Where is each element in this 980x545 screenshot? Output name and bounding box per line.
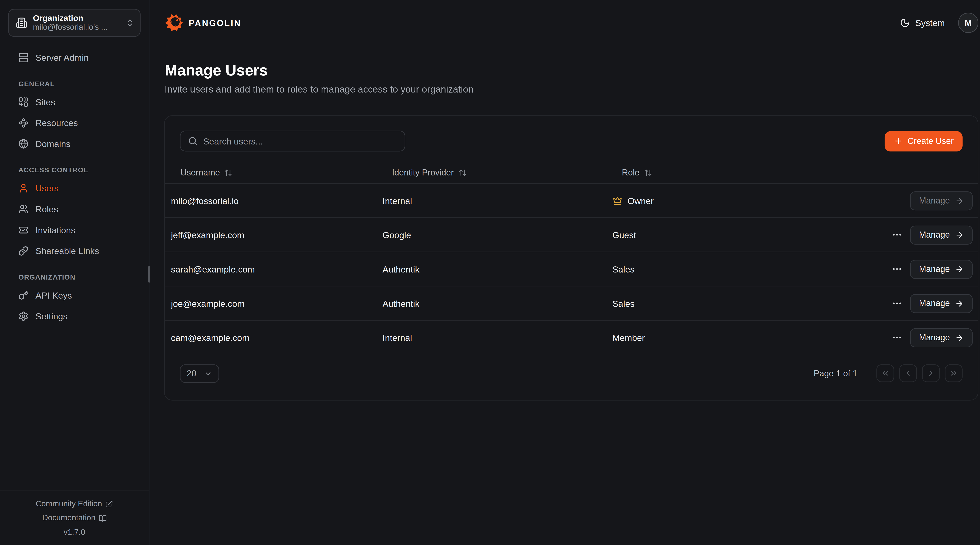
external-link-icon <box>105 500 113 508</box>
pagination-controls: Page 1 of 1 <box>814 365 963 382</box>
sidebar-item-settings[interactable]: Settings <box>8 306 140 327</box>
section-title-organization: ORGANIZATION <box>18 273 141 281</box>
sidebar-item-roles[interactable]: Roles <box>8 198 140 219</box>
row-actions: Manage <box>802 294 978 313</box>
page-title: Manage Users <box>165 63 978 78</box>
arrow-right-icon <box>955 333 964 342</box>
sort-role-header[interactable]: Role <box>622 168 652 177</box>
theme-toggle[interactable]: System <box>900 18 945 28</box>
manage-button[interactable]: Manage <box>910 294 972 313</box>
search-box <box>180 131 405 151</box>
sidebar-item-sites[interactable]: Sites <box>8 91 140 112</box>
avatar[interactable]: M <box>958 13 978 33</box>
sort-username-header[interactable]: Username <box>180 168 233 177</box>
row-menu-button[interactable] <box>892 298 902 309</box>
ellipsis-icon <box>892 332 902 343</box>
sidebar-item-server-admin[interactable]: Server Admin <box>8 47 140 68</box>
documentation-link[interactable]: Documentation <box>42 513 107 523</box>
search-icon <box>188 136 197 146</box>
app-window: Organization milo@fossorial.io's ... Ser… <box>0 0 980 545</box>
documentation-label: Documentation <box>42 513 95 523</box>
arrow-right-icon <box>955 196 964 205</box>
row-menu-button[interactable] <box>892 264 902 274</box>
manage-button[interactable]: Manage <box>910 328 972 347</box>
row-menu-button[interactable] <box>892 229 902 240</box>
role-cell: Owner <box>612 196 796 206</box>
page-subtitle: Invite users and add them to roles to ma… <box>165 84 978 94</box>
section-title-general: GENERAL <box>18 80 141 88</box>
manage-button[interactable]: Manage <box>910 225 972 244</box>
table-row: joe@example.com Authentik Sales Manage <box>165 286 978 320</box>
ellipsis-icon <box>892 264 902 274</box>
globe-icon <box>18 139 29 148</box>
sidebar: Organization milo@fossorial.io's ... Ser… <box>0 0 150 545</box>
users-table: Username Identity Provider Role <box>165 168 978 355</box>
sidebar-item-label: API Keys <box>35 290 72 300</box>
idp-header-label: Identity Provider <box>392 168 454 177</box>
first-page-button[interactable] <box>877 365 894 382</box>
sidebar-item-label: Server Admin <box>35 53 89 62</box>
chevrons-right-icon <box>949 369 958 378</box>
sidebar-item-invitations[interactable]: Invitations <box>8 219 140 240</box>
chevron-right-icon <box>926 369 935 378</box>
role-cell: Sales <box>612 298 796 308</box>
sidebar-item-users[interactable]: Users <box>8 177 140 198</box>
role-label: Guest <box>612 230 636 240</box>
plus-icon <box>894 136 903 146</box>
waypoints-icon <box>18 118 29 128</box>
search-input[interactable] <box>203 136 397 146</box>
org-switcher[interactable]: Organization milo@fossorial.io's ... <box>8 9 140 37</box>
page-size-select[interactable]: 20 <box>180 364 219 382</box>
org-label: Organization <box>33 13 120 23</box>
manage-label: Manage <box>919 230 950 239</box>
org-value: milo@fossorial.io's ... <box>33 23 120 32</box>
role-cell: Guest <box>612 230 796 240</box>
idp-cell: Authentik <box>376 286 606 320</box>
crown-icon <box>612 196 622 206</box>
pangolin-logo-icon <box>165 13 184 32</box>
arrow-right-icon <box>955 230 964 239</box>
next-page-button[interactable] <box>922 365 940 382</box>
manage-button[interactable]: Manage <box>910 260 972 279</box>
username-cell: sarah@example.com <box>165 252 376 286</box>
idp-cell: Internal <box>376 320 606 355</box>
sort-icon <box>644 169 652 177</box>
last-page-button[interactable] <box>945 365 963 382</box>
ellipsis-icon <box>892 229 902 240</box>
server-icon <box>18 53 29 62</box>
key-icon <box>18 290 29 300</box>
sidebar-item-domains[interactable]: Domains <box>8 133 140 154</box>
previous-page-button[interactable] <box>899 365 917 382</box>
chevrons-up-down-icon <box>126 18 134 27</box>
manage-button[interactable]: Manage <box>910 191 972 210</box>
idp-cell: Authentik <box>376 252 606 286</box>
sidebar-resize-handle[interactable] <box>148 266 150 283</box>
brand-link[interactable]: PANGOLIN <box>165 13 241 32</box>
page-size-value: 20 <box>187 368 196 378</box>
create-user-button[interactable]: Create User <box>885 131 963 151</box>
sidebar-item-shareable-links[interactable]: Shareable Links <box>8 240 140 261</box>
community-edition-label: Community Edition <box>36 499 102 509</box>
sidebar-item-label: Resources <box>35 118 78 128</box>
row-menu-button[interactable] <box>892 332 902 343</box>
sidebar-item-api-keys[interactable]: API Keys <box>8 284 140 306</box>
theme-toggle-label: System <box>915 18 945 28</box>
sidebar-item-resources[interactable]: Resources <box>8 112 140 133</box>
row-actions: Manage <box>802 328 978 347</box>
table-row: jeff@example.com Google Guest Manage <box>165 218 978 252</box>
topbar: PANGOLIN System M <box>150 0 980 46</box>
username-header-label: Username <box>180 168 220 177</box>
pagination-bar: 20 Page 1 of 1 <box>165 355 978 400</box>
book-open-icon <box>99 514 107 522</box>
sidebar-item-label: Users <box>35 183 59 193</box>
sidebar-footer: Community Edition Documentation v1.7.0 <box>0 490 149 545</box>
username-cell: jeff@example.com <box>165 218 376 252</box>
role-label: Member <box>612 333 645 343</box>
community-edition-link[interactable]: Community Edition <box>36 499 113 509</box>
manage-label: Manage <box>919 299 950 308</box>
row-actions: Manage <box>802 191 978 210</box>
row-actions: Manage <box>802 260 978 279</box>
users-card: Create User Username Identity Provider <box>164 115 978 400</box>
sort-icon <box>224 169 233 177</box>
sort-idp-header[interactable]: Identity Provider <box>392 168 466 177</box>
